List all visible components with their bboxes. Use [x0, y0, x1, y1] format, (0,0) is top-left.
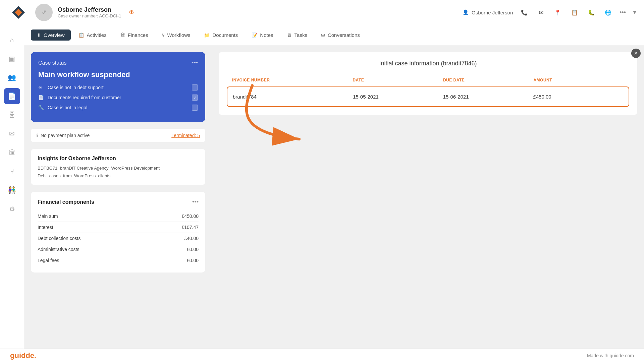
insights-title: Insights for Osborne Jefferson	[38, 156, 199, 162]
insight-tag-1: BDTBG71	[38, 166, 57, 171]
sidebar-item-team[interactable]: 👫	[4, 182, 20, 198]
sidebar-item-database[interactable]: 🗄	[4, 107, 20, 123]
financial-row-debt-costs: Debt collection costs £40.00	[38, 233, 199, 244]
terminated-link[interactable]: Terminated: 5	[171, 133, 200, 138]
tab-tasks[interactable]: 🖥 Tasks	[281, 29, 313, 41]
tab-notes[interactable]: 📝 Notes	[246, 29, 279, 41]
sidebar-item-inbox[interactable]: ▣	[4, 51, 20, 67]
insight-tag-4: Debt_cases_from_WordPress_clients	[38, 173, 110, 178]
eye-icon[interactable]: 👁	[129, 9, 135, 16]
admin-costs-value: £0.00	[187, 247, 199, 252]
main-sum-label: Main sum	[38, 214, 58, 219]
sidebar-item-git[interactable]: ⑂	[4, 163, 20, 179]
top-header: ♂ Osborne Jefferson Case owner number: A…	[0, 0, 644, 25]
workflow-status-title: Main workflow suspended	[38, 70, 198, 79]
col-amount: AMOUNT	[533, 78, 624, 82]
tab-workflows[interactable]: ⑂ Workflows	[156, 29, 197, 41]
app-logo	[11, 5, 25, 19]
header-more-dots[interactable]: •••	[620, 9, 626, 16]
debt-costs-value: £40.00	[184, 236, 199, 241]
checklist-item-legal: 🔧 Case is not in legal	[38, 105, 198, 111]
left-panel: Case status ••• Main workflow suspended …	[24, 45, 212, 349]
tab-documents-label: Documents	[212, 32, 238, 38]
user-icon: 👤	[463, 9, 469, 15]
interest-label: Interest	[38, 225, 53, 230]
sidebar-item-mail[interactable]: ✉	[4, 126, 20, 142]
tab-bar: ⬇ Overview 📋 Activities 🏛 Finances ⑂ Wor…	[24, 25, 644, 45]
case-status-card-header: Case status •••	[38, 59, 198, 66]
legal-fees-value: £0.00	[187, 258, 199, 263]
payment-plan-left: ℹ No payment plan active	[36, 133, 90, 138]
close-panel-button[interactable]: ✕	[631, 49, 641, 58]
checklist-legal-text: Case is not in legal	[48, 105, 188, 110]
workflows-tab-icon: ⑂	[162, 33, 165, 38]
overview-tab-icon: ⬇	[37, 33, 41, 38]
checklist-item-debt: ✳ Case is not in debt support	[38, 84, 198, 90]
invoice-due-date-value: 15-06-2021	[443, 94, 533, 100]
document-icon[interactable]: 📋	[569, 7, 580, 18]
finances-tab-icon: 🏛	[120, 33, 125, 38]
notes-tab-icon: 📝	[252, 33, 257, 38]
invoice-amount-value: £450.00	[533, 94, 623, 100]
documents-checkbox[interactable]: ✓	[192, 95, 198, 101]
location-icon[interactable]: 📍	[552, 7, 563, 18]
invoice-number-value: brandit784	[233, 94, 353, 100]
bug-icon[interactable]: 🐛	[586, 7, 597, 18]
tab-tasks-label: Tasks	[294, 32, 307, 38]
phone-icon[interactable]: 📞	[519, 7, 530, 18]
case-number: Case owner number: ACC-DCI-1	[58, 13, 121, 18]
case-status-more-button[interactable]: •••	[192, 59, 198, 66]
financial-row-interest: Interest £107.47	[38, 222, 199, 233]
debt-checkbox[interactable]	[192, 84, 198, 90]
avatar: ♂	[35, 4, 53, 21]
tab-conversations[interactable]: ✉ Conversations	[315, 29, 366, 41]
debt-icon: ✳	[38, 85, 44, 90]
content-area: Case status ••• Main workflow suspended …	[24, 45, 644, 349]
tab-overview[interactable]: ⬇ Overview	[31, 29, 71, 41]
financial-section: Financial components ••• Main sum £450.0…	[31, 192, 205, 273]
globe-icon[interactable]: 🌐	[603, 7, 613, 18]
checklist-documents-text: Documents required from customer	[48, 95, 188, 100]
case-owner-name: Osborne Jefferson	[58, 6, 121, 13]
sidebar-item-bank[interactable]: 🏛	[4, 144, 20, 161]
footer: guidde. Made with guidde.com	[0, 349, 644, 362]
sidebar-item-contacts[interactable]: 👥	[4, 69, 20, 85]
invoice-panel-title: Initial case information (brandit7846)	[227, 60, 629, 67]
main-content: ⬇ Overview 📋 Activities 🏛 Finances ⑂ Wor…	[24, 25, 644, 349]
sidebar-item-home[interactable]: ⌂	[4, 32, 20, 48]
financial-section-title: Financial components	[38, 199, 94, 205]
invoice-date-value: 15-05-2021	[353, 94, 443, 100]
documents-tab-icon: 📁	[204, 33, 210, 38]
case-status-card: Case status ••• Main workflow suspended …	[31, 52, 205, 122]
sidebar-item-settings[interactable]: ⚙	[4, 201, 20, 217]
sidebar: ⌂ ▣ 👥 📄 🗄 ✉ 🏛 ⑂ 👫 ⚙	[0, 25, 24, 349]
main-sum-value: £450.00	[181, 214, 199, 219]
payment-plan-info-icon: ℹ	[36, 133, 38, 138]
interest-value: £107.47	[181, 225, 199, 230]
col-invoice-number: INVOICE NUMBER	[232, 78, 353, 82]
sidebar-item-cases[interactable]: 📄	[4, 88, 20, 104]
header-user-name: Osborne Jefferson	[472, 10, 513, 15]
admin-costs-label: Administrative costs	[38, 247, 79, 252]
email-icon[interactable]: ✉	[536, 7, 546, 18]
tab-activities[interactable]: 📋 Activities	[72, 29, 113, 41]
insights-tags: BDTBG71 branDiT Creative Agency WordPres…	[38, 166, 199, 178]
document-checklist-icon: 📄	[38, 95, 44, 100]
checklist-item-documents: 📄 Documents required from customer ✓	[38, 95, 198, 101]
financial-more-button[interactable]: •••	[192, 198, 199, 205]
tab-notes-label: Notes	[260, 32, 273, 38]
legal-icon: 🔧	[38, 105, 44, 110]
tab-finances[interactable]: 🏛 Finances	[114, 29, 154, 41]
logo-area	[7, 5, 30, 19]
col-due-date: DUE DATE	[443, 78, 534, 82]
header-right: 👤 Osborne Jefferson 📞 ✉ 📍 📋 🐛 🌐 ••• ▼	[463, 7, 637, 18]
tab-overview-label: Overview	[44, 32, 65, 38]
legal-checkbox[interactable]	[192, 105, 198, 111]
debt-costs-label: Debt collection costs	[38, 236, 80, 241]
insight-tag-3: WordPress Development	[111, 166, 160, 171]
tab-documents[interactable]: 📁 Documents	[198, 29, 244, 41]
header-chevron-icon[interactable]: ▼	[632, 9, 637, 15]
invoice-data-row[interactable]: brandit784 15-05-2021 15-06-2021 £450.00	[227, 86, 629, 107]
footer-brand: guidde.	[10, 351, 36, 360]
tab-conversations-label: Conversations	[328, 32, 360, 38]
